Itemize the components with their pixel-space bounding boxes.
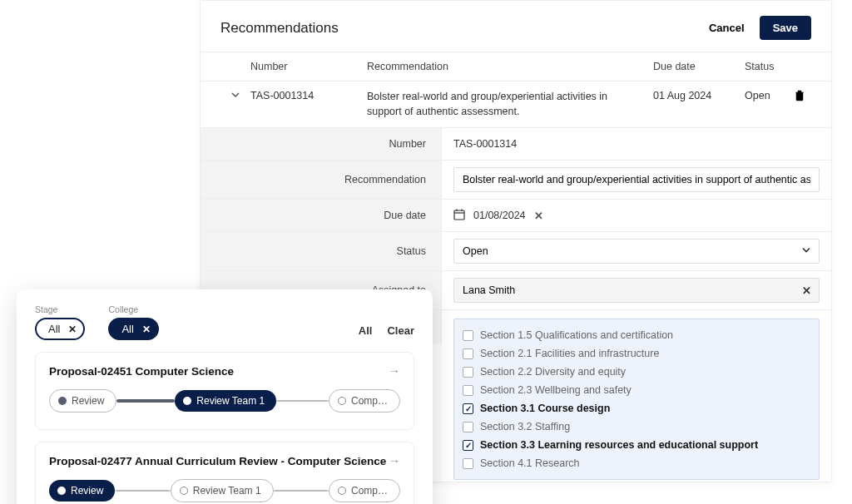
stage-connector [115,490,170,492]
checkbox-icon [463,330,473,341]
col-header-number: Number [250,61,367,72]
filter-college: College All ✕ [108,304,158,340]
label-status: Status [201,232,442,270]
label-recommendation: Recommendation [201,161,442,199]
stage-label: Review [71,485,103,497]
close-icon[interactable]: ✕ [68,324,77,335]
stage-label: Comp… [351,395,388,407]
checkbox-icon [463,385,473,396]
status-value[interactable] [453,239,820,264]
checkbox-icon [463,458,473,469]
standard-option[interactable]: ✓Section 3.1 Course design [463,399,810,418]
value-number: TAS-0001314 [442,128,831,160]
standard-option[interactable]: Section 1.5 Qualifications and certifica… [463,326,810,344]
header-actions: Cancel Save [701,16,811,40]
stage-track: ReviewReview Team 1Comp… [49,389,400,413]
label-number: Number [201,128,442,160]
form-row-recommendation: Recommendation [201,161,831,200]
col-header-recommendation: Recommendation [367,61,653,72]
stage-label: Review Team 1 [193,485,261,497]
arrow-right-icon[interactable]: → [389,364,400,378]
stage-pill[interactable]: All ✕ [35,318,85,340]
stage-dot-icon [58,397,67,405]
proposal-title: Proposal-02477 Annual Curriculum Review … [49,455,386,467]
arrow-right-icon[interactable]: → [389,454,400,467]
stage-dot-icon [57,487,66,495]
proposal-title: Proposal-02451 Computer Science [49,365,234,378]
filter-college-label: College [108,304,158,314]
cancel-button[interactable]: Cancel [701,17,753,39]
row-due: 01 Aug 2024 [653,90,745,101]
checkbox-icon [463,367,473,378]
standard-option[interactable]: ✓Section 3.3 Learning resources and educ… [463,436,810,454]
clear-assignee-button[interactable]: ✕ [802,284,811,297]
close-icon[interactable]: ✕ [142,324,151,335]
stage-pill[interactable]: Review [49,389,116,413]
checkbox-icon [463,422,473,432]
stage-pill[interactable]: Review Team 1 [171,479,274,502]
recommendations-header: Recommendations Cancel Save [201,1,831,52]
filter-all-button[interactable]: All [359,324,373,337]
filter-actions: All Clear [359,324,414,340]
standard-option[interactable]: Section 2.3 Wellbeing and safety [463,381,810,399]
filter-bar: Stage All ✕ College All ✕ All Clear [35,304,414,340]
date-picker[interactable]: 01/08/2024 ✕ [453,209,543,223]
stage-connector [274,490,329,492]
stage-dot-icon [338,487,346,495]
standard-option[interactable]: Section 2.2 Diversity and equity [463,363,810,381]
standard-option[interactable]: Section 2.1 Facilities and infrastructur… [463,344,810,363]
standard-label: Section 2.2 Diversity and equity [480,366,626,378]
form-row-number: Number TAS-0001314 [201,128,831,161]
date-value: 01/08/2024 [473,210,526,221]
page-title: Recommendations [220,20,339,37]
row-number: TAS-0001314 [250,90,367,101]
assignee-field[interactable]: ✕ [453,278,820,303]
stage-pill[interactable]: Review Team 1 [175,390,276,412]
standard-label: Section 1.5 Qualifications and certifica… [480,329,673,341]
standard-option[interactable]: Section 4.1 Research [463,454,810,472]
proposal-item[interactable]: Proposal-02477 Annual Curriculum Review … [35,442,414,504]
clear-date-button[interactable]: ✕ [534,210,543,222]
stage-pill[interactable]: Review [49,480,115,502]
svg-rect-0 [454,210,464,220]
status-select[interactable] [453,239,820,264]
filter-stage-label: Stage [35,304,85,314]
standard-label: Section 2.1 Facilities and infrastructur… [480,348,659,359]
stage-connector [116,399,175,403]
save-button[interactable]: Save [760,16,811,40]
standard-label: Section 4.1 Research [480,457,580,469]
stage-pill[interactable]: Comp… [329,389,400,413]
standard-label: Section 3.1 Course design [480,403,610,414]
label-due: Due date [201,200,442,231]
calendar-icon [453,209,465,223]
stage-label: Comp… [351,485,388,497]
chevron-down-icon [230,90,240,100]
form-row-due: Due date 01/08/2024 ✕ [201,200,831,232]
stage-track: ReviewReview Team 1Comp… [49,479,400,502]
stage-pill[interactable]: Comp… [329,479,400,502]
stage-pill-value: All [48,323,60,335]
delete-button[interactable] [795,90,811,104]
row-recommendation: Bolster real-world and group/experientia… [367,90,653,119]
form-row-status: Status [201,232,831,271]
stage-dot-icon [180,487,188,495]
standard-label: Section 3.3 Learning resources and educa… [480,439,758,451]
expand-toggle[interactable] [220,90,250,100]
standard-label: Section 3.2 Staffing [480,421,570,432]
checkbox-icon: ✓ [463,403,473,414]
college-pill[interactable]: All ✕ [108,318,158,340]
standard-label: Section 2.3 Wellbeing and safety [480,384,632,396]
proposal-header: Proposal-02451 Computer Science→ [49,364,400,378]
recommendation-input[interactable] [453,167,820,192]
col-header-status: Status [745,61,811,72]
stage-label: Review Team 1 [196,395,265,407]
assignee-value[interactable] [453,278,820,303]
stage-dot-icon [183,397,191,405]
college-pill-value: All [121,323,133,335]
standard-option[interactable]: Section 3.2 Staffing [463,418,810,436]
filter-stage: Stage All ✕ [35,304,85,340]
table-header: Number Recommendation Due date Status [201,52,831,82]
proposal-item[interactable]: Proposal-02451 Computer Science→ReviewRe… [35,352,414,430]
filter-clear-button[interactable]: Clear [387,324,414,337]
trash-icon [795,90,805,101]
